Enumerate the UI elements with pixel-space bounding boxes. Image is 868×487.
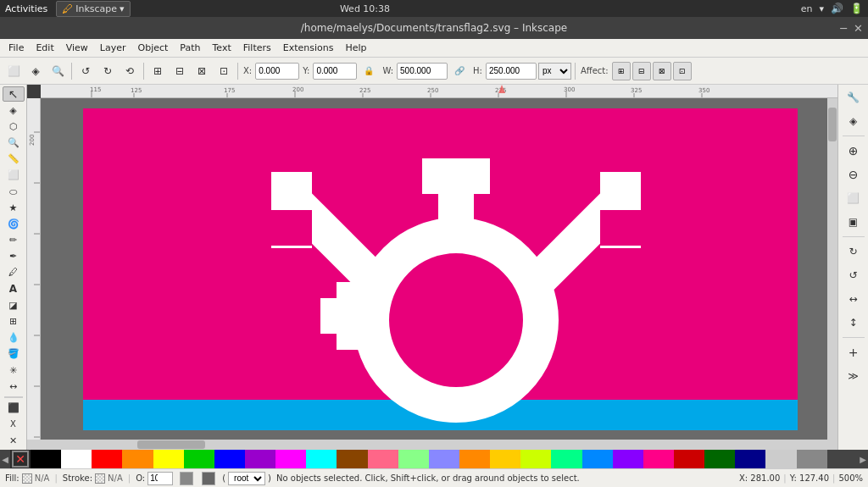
align-right-btn[interactable]: ⊠ <box>192 61 212 81</box>
palette-scroll-left[interactable]: ◀ <box>0 450 10 468</box>
align-left-btn[interactable]: ⊞ <box>147 61 168 81</box>
color-swatch[interactable] <box>275 450 306 468</box>
gradient-tool[interactable]: ◪ <box>3 297 25 313</box>
zoom-in-btn[interactable]: ⊕ <box>843 140 865 162</box>
connector-tool[interactable]: ↔ <box>3 379 25 394</box>
rotate-ccw-btn[interactable]: ↺ <box>843 264 865 286</box>
color-swatch[interactable] <box>368 450 398 468</box>
menu-item-path[interactable]: Path <box>175 41 205 55</box>
w-input[interactable] <box>397 63 448 80</box>
horizontal-scrollbar-thumb[interactable] <box>137 440 205 449</box>
node-tool[interactable]: ◈ <box>3 102 25 118</box>
unit-select[interactable]: px mm cm <box>538 63 571 80</box>
color-swatch[interactable] <box>735 450 765 468</box>
undo-btn[interactable]: ↺ <box>75 61 96 81</box>
color-swatch[interactable] <box>306 450 337 468</box>
flip-v-btn[interactable]: ↕ <box>843 312 865 334</box>
menu-item-filters[interactable]: Filters <box>238 41 276 55</box>
menu-item-help[interactable]: Help <box>340 41 371 55</box>
star-tool[interactable]: ★ <box>3 200 25 215</box>
close-button[interactable]: ✕ <box>854 22 863 35</box>
align-justify-btn[interactable]: ⊡ <box>214 61 234 81</box>
paint-bucket-tool[interactable]: 🪣 <box>3 346 25 362</box>
vertical-scrollbar-thumb[interactable] <box>828 108 837 141</box>
node-snap-btn[interactable]: ◈ <box>843 110 865 132</box>
spiral-tool[interactable]: 🌀 <box>3 216 25 231</box>
select-tool-btn[interactable]: ⬜ <box>3 61 24 81</box>
fit-page-btn[interactable]: ⬜ <box>843 187 865 209</box>
lang-label[interactable]: en <box>801 3 813 14</box>
color-swatch[interactable] <box>490 450 520 468</box>
x-input[interactable] <box>255 63 299 80</box>
h-input[interactable] <box>486 63 537 80</box>
fit-drawing-btn[interactable]: ▣ <box>843 211 865 233</box>
color-swatch[interactable] <box>704 450 735 468</box>
affect-btn-1[interactable]: ⊞ <box>612 62 631 80</box>
spray-tool[interactable]: ✳ <box>3 362 25 378</box>
align-center-btn[interactable]: ⊟ <box>170 61 190 81</box>
fill-stroke-btn[interactable]: ⬛ <box>3 401 25 416</box>
revert-btn[interactable]: ⟲ <box>120 61 140 81</box>
tweak-tool[interactable]: ⬡ <box>3 119 25 134</box>
color-swatch[interactable] <box>31 450 61 468</box>
lock-btn[interactable]: 🔒 <box>359 61 379 81</box>
dropper-tool[interactable]: 💧 <box>3 330 25 346</box>
color-swatch[interactable] <box>245 450 275 468</box>
color-swatch[interactable] <box>613 450 643 468</box>
activities-label[interactable]: Activities <box>5 3 47 14</box>
circle-tool[interactable]: ⬭ <box>3 184 25 199</box>
color-swatch[interactable] <box>459 450 490 468</box>
y-input[interactable] <box>313 63 357 80</box>
inkscape-taskbar-btn[interactable]: 🖊 Inkscape ▾ <box>56 1 130 17</box>
rect-tool[interactable]: ⬜ <box>3 168 25 183</box>
text-tool[interactable]: A <box>3 281 25 296</box>
pen-tool[interactable]: ✒ <box>3 249 25 264</box>
rotate-cw-btn[interactable]: ↻ <box>843 241 865 263</box>
color-swatch[interactable] <box>765 450 796 468</box>
color-swatch[interactable] <box>797 450 827 468</box>
palette-scroll-right[interactable]: ▶ <box>858 450 868 468</box>
vertical-scrollbar[interactable] <box>827 98 837 440</box>
color-swatch[interactable] <box>184 450 214 468</box>
snap-btn[interactable]: 🔧 <box>843 86 865 108</box>
zoom-btn[interactable]: 🔍 <box>47 61 68 81</box>
affect-btn-4[interactable]: ⊡ <box>673 62 692 80</box>
calligraphy-tool[interactable]: 🖊 <box>3 265 25 280</box>
affect-btn-3[interactable]: ⊠ <box>653 62 671 80</box>
horizontal-scrollbar[interactable] <box>27 440 837 450</box>
color-swatch[interactable] <box>92 450 122 468</box>
color-swatch[interactable] <box>551 450 581 468</box>
redo-btn[interactable]: ↻ <box>97 61 118 81</box>
mesh-tool[interactable]: ⊞ <box>3 313 25 329</box>
canvas[interactable] <box>41 98 837 440</box>
color-swatch[interactable] <box>520 450 551 468</box>
menu-item-layer[interactable]: Layer <box>95 41 131 55</box>
no-color-swatch[interactable]: ✕ <box>12 451 29 468</box>
color-swatch[interactable] <box>674 450 704 468</box>
plus-btn[interactable]: + <box>843 341 865 363</box>
zoom-out-btn[interactable]: ⊖ <box>843 163 865 185</box>
menu-item-edit[interactable]: Edit <box>31 41 58 55</box>
minimize-button[interactable]: ─ <box>840 22 847 35</box>
layer-select[interactable]: root <box>228 472 265 485</box>
lock-aspect-btn[interactable]: 🔗 <box>449 61 470 81</box>
color-swatch[interactable] <box>827 450 858 468</box>
node-tool-btn[interactable]: ◈ <box>25 61 46 81</box>
color-swatch[interactable] <box>153 450 184 468</box>
menu-item-extensions[interactable]: Extensions <box>278 41 339 55</box>
color-swatch[interactable] <box>643 450 674 468</box>
flip-h-btn[interactable]: ↔ <box>843 288 865 310</box>
color-swatch[interactable] <box>398 450 429 468</box>
pencil-tool[interactable]: ✏ <box>3 233 25 248</box>
color-swatch[interactable] <box>337 450 367 468</box>
stroke-color-box[interactable] <box>95 473 105 484</box>
measure-tool[interactable]: 📏 <box>3 152 25 167</box>
battery-icon[interactable]: 🔋 <box>850 3 863 14</box>
affect-btn-2[interactable]: ⊟ <box>632 62 651 80</box>
arrow-tool[interactable]: ↖ <box>3 86 25 102</box>
color-swatch[interactable] <box>429 450 459 468</box>
menu-item-file[interactable]: File <box>3 41 29 55</box>
opacity-input[interactable] <box>147 472 173 485</box>
zoom-tool[interactable]: 🔍 <box>3 136 25 151</box>
color-swatch[interactable] <box>582 450 613 468</box>
